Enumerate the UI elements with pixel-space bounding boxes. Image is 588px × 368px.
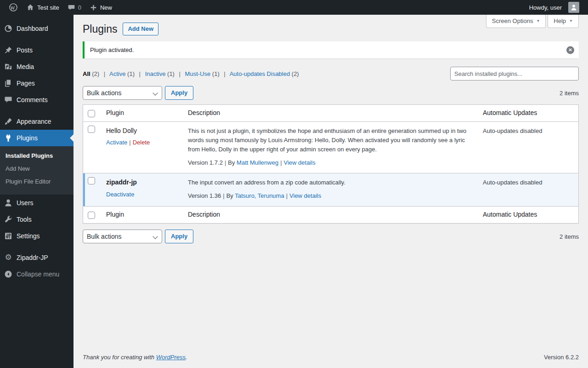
filter-separator: | <box>139 70 141 77</box>
apply-button-bottom[interactable]: Apply <box>165 230 193 243</box>
filter-must-use[interactable]: Must-Use <box>185 70 211 77</box>
sidebar-item-settings[interactable]: Settings <box>0 228 74 244</box>
sidebar-item-dashboard[interactable]: Dashboard <box>0 20 74 37</box>
filter-separator: | <box>179 70 181 77</box>
sidebar-item-label: Settings <box>17 232 40 240</box>
filter-active[interactable]: Active <box>109 70 125 77</box>
plugin-author-link[interactable]: Matt Mullenweg <box>237 159 278 166</box>
comments-icon <box>4 95 13 104</box>
sidebar-item-posts[interactable]: Posts <box>0 42 74 58</box>
sidebar-item-label: Dashboard <box>17 24 48 33</box>
submenu-add-new[interactable]: Add New <box>0 162 74 175</box>
deactivate-link[interactable]: Deactivate <box>106 191 134 198</box>
sidebar-item-label: Tools <box>17 215 32 224</box>
by-label: By <box>226 192 233 199</box>
users-icon <box>4 198 13 207</box>
pages-icon <box>4 79 13 88</box>
plugin-row-zipaddr-jp: zipaddr-jp Deactivate The input convert … <box>83 173 578 206</box>
home-icon <box>26 3 34 12</box>
screen-options-label: Screen Options <box>492 17 533 24</box>
plugin-author-link[interactable]: Tatsuro, Terunuma <box>235 192 284 199</box>
dashboard-icon <box>4 24 13 33</box>
plugin-name: Hello Dolly <box>106 126 179 136</box>
new-content-menu[interactable]: New <box>85 0 116 15</box>
sidebar-item-tools[interactable]: Tools <box>0 211 74 228</box>
select-all-checkbox[interactable] <box>88 212 95 219</box>
items-count: 2 items <box>560 90 579 97</box>
comment-bubble-icon <box>68 4 75 12</box>
bulk-actions-select-wrap: Bulk actions <box>83 230 162 243</box>
row-checkbox[interactable] <box>88 177 95 184</box>
plugin-version: Version 1.36 <box>188 192 221 199</box>
sidebar-item-appearance[interactable]: Appearance <box>0 113 74 130</box>
sidebar-item-label: Appearance <box>17 117 51 126</box>
wordpress-link[interactable]: WordPress <box>156 354 186 361</box>
success-notice: Plugin activated. ✕ <box>83 41 579 58</box>
add-new-plugin-button[interactable]: Add New <box>123 23 158 35</box>
filter-separator: | <box>104 70 105 77</box>
submenu-plugin-file-editor[interactable]: Plugin File Editor <box>0 175 74 188</box>
sidebar-item-users[interactable]: Users <box>0 195 74 211</box>
sidebar-item-media[interactable]: Media <box>0 58 74 75</box>
sidebar-item-pages[interactable]: Pages <box>0 75 74 92</box>
sidebar-item-plugins[interactable]: Plugins <box>0 130 74 146</box>
plugins-submenu: Installed Plugins Add New Plugin File Ed… <box>0 146 74 195</box>
activate-link[interactable]: Activate <box>106 139 127 146</box>
admin-footer: Thank you for creating with WordPress. V… <box>74 354 588 368</box>
delete-link[interactable]: Delete <box>133 139 150 146</box>
wp-logo-menu[interactable] <box>5 0 22 15</box>
apply-button[interactable]: Apply <box>165 86 193 100</box>
help-button[interactable]: Help ▼ <box>548 15 579 28</box>
plugin-status-filters: All (2) | Active (1) | Inactive (1) | Mu… <box>83 67 299 77</box>
select-all-checkbox[interactable] <box>88 110 95 117</box>
filter-auto-updates-disabled[interactable]: Auto-updates Disabled <box>230 70 290 77</box>
row-checkbox[interactable] <box>88 126 95 133</box>
filter-all[interactable]: All <box>83 70 90 77</box>
filter-inactive[interactable]: Inactive <box>145 70 166 77</box>
footer-thanks-text: Thank you for creating with <box>83 354 154 361</box>
media-icon <box>4 62 13 71</box>
screen-options-button[interactable]: Screen Options ▼ <box>486 15 546 28</box>
collapse-arrow-icon <box>4 270 13 279</box>
site-name-link[interactable]: Test site <box>22 0 63 15</box>
items-count: 2 items <box>560 233 579 240</box>
column-header-plugin: Plugin <box>102 105 183 122</box>
dismiss-notice-icon[interactable]: ✕ <box>566 46 574 54</box>
comments-indicator[interactable]: 0 <box>63 0 85 15</box>
filter-must-use-count: (1) <box>212 70 220 77</box>
wordpress-logo-icon <box>9 3 18 12</box>
footer-period: . <box>186 354 187 361</box>
action-separator: | <box>129 139 130 146</box>
auto-update-status: Auto-updates disabled <box>483 179 542 186</box>
sidebar-item-label: Zipaddr-JP <box>17 253 48 262</box>
view-details-link[interactable]: View details <box>289 192 321 199</box>
howdy-label: Howdy, user <box>529 4 562 11</box>
footer-version: Version 6.2.2 <box>544 354 579 361</box>
howdy-user-menu[interactable]: Howdy, user <box>525 0 583 15</box>
search-plugins-input[interactable] <box>450 67 579 80</box>
bulk-actions-select[interactable]: Bulk actions <box>83 86 162 100</box>
sidebar-item-label: Media <box>17 63 34 71</box>
collapse-menu-button[interactable]: Collapse menu <box>0 266 74 282</box>
submenu-installed-plugins[interactable]: Installed Plugins <box>0 150 74 162</box>
avatar <box>568 2 579 13</box>
meta-separator: | <box>280 159 282 166</box>
by-label: By <box>228 159 235 166</box>
sidebar-item-zipaddr-jp[interactable]: ⚙ Zipaddr-JP <box>0 249 74 266</box>
meta-separator: | <box>223 192 224 199</box>
column-header-description: Description <box>183 105 478 122</box>
pushpin-icon <box>4 46 13 55</box>
plugin-icon <box>4 133 13 143</box>
bulk-actions-select-bottom[interactable]: Bulk actions <box>83 230 162 243</box>
notice-message: Plugin activated. <box>90 46 134 53</box>
wrench-icon <box>4 215 13 224</box>
plugin-row-hello-dolly: Hello Dolly Activate|Delete This is not … <box>83 122 578 173</box>
view-details-link[interactable]: View details <box>284 159 316 166</box>
sidebar-separator <box>0 108 74 113</box>
meta-separator: | <box>225 159 226 166</box>
filter-inactive-count: (1) <box>167 70 175 77</box>
sidebar-item-comments[interactable]: Comments <box>0 92 74 108</box>
filter-auto-updates-disabled-count: (2) <box>292 70 299 77</box>
site-name-label: Test site <box>37 4 59 11</box>
sidebar-item-label: Pages <box>17 79 35 87</box>
